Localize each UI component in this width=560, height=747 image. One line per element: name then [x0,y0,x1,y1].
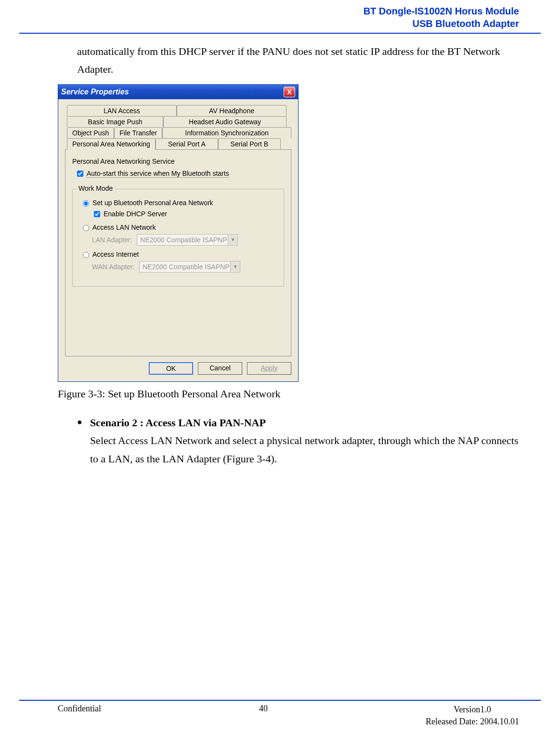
lan-adapter-value: NE2000 Compatible ISAPNP E [137,236,228,244]
ok-button[interactable]: OK [149,362,193,375]
chevron-down-icon[interactable]: ▼ [230,262,240,272]
dialog-button-bar: OK Cancel Apply [58,358,298,381]
wan-adapter-value: NE2000 Compatible ISAPNP E [140,263,230,271]
lan-adapter-combo[interactable]: NE2000 Compatible ISAPNP E ▼ [137,234,238,246]
footer-date: Released Date: 2004.10.01 [426,716,519,728]
lan-adapter-label: LAN Adapter: [92,236,132,244]
wan-adapter-combo[interactable]: NE2000 Compatible ISAPNP E ▼ [139,261,240,273]
footer-version: Version1.0 [426,704,519,716]
tab-pan[interactable]: Personal Area Networking [67,138,156,150]
radio-setup-pan-label: Set up Bluetooth Personal Area Network [92,199,213,207]
bullet-icon: ● [77,414,82,468]
header-rule [19,33,541,34]
dialog-title: Service Properties [61,88,129,96]
autostart-checkbox[interactable] [77,170,83,177]
scenario-2-block: ● Scenario 2 : Access LAN via PAN-NAP Se… [77,414,519,468]
header-line2: USB Bluetooth Adapter [41,17,519,30]
chevron-down-icon[interactable]: ▼ [228,235,237,245]
tabs: LAN Access AV Headphone Basic Image Push… [65,105,291,356]
titlebar: Service Properties X [58,85,298,99]
workmode-title: Work Mode [77,184,115,192]
close-icon[interactable]: X [284,87,295,97]
tab-av-headphone[interactable]: AV Headphone [177,105,287,116]
page-footer: Confidential 40 Version1.0 Released Date… [0,700,560,728]
dhcp-label: Enable DHCP Server [104,210,167,218]
tab-serial-a[interactable]: Serial Port A [156,138,218,149]
tab-serial-b[interactable]: Serial Port B [218,138,281,149]
figure-dialog: Service Properties X LAN Access AV Headp… [58,84,519,382]
apply-button[interactable]: Apply [247,362,291,375]
tab-headset-audio-gw[interactable]: Headset Audio Gateway [163,116,287,127]
scenario-2-title: Scenario 2 : Access LAN via PAN-NAP [90,414,519,432]
tab-info-sync[interactable]: Information Synchronization [162,127,291,138]
tab-panel-pan: Personal Area Networking Service Auto-st… [65,149,291,356]
tab-basic-image-push[interactable]: Basic Image Push [67,116,163,127]
scenario-2-body: Select Access LAN Network and select a p… [90,432,519,468]
radio-access-lan-label: Access LAN Network [92,223,156,231]
footer-page-number: 40 [259,704,268,728]
header-line1: BT Dongle-IS1002N Horus Module [41,5,519,17]
radio-access-internet[interactable] [83,252,89,258]
dhcp-checkbox[interactable] [94,211,100,217]
pan-service-title: Personal Area Networking Service [72,157,284,165]
footer-confidential: Confidential [58,704,101,728]
radio-setup-pan[interactable] [83,200,89,207]
tab-object-push[interactable]: Object Push [67,127,114,138]
wan-adapter-label: WAN Adapter: [92,263,134,271]
service-properties-dialog: Service Properties X LAN Access AV Headp… [58,84,299,382]
cancel-button[interactable]: Cancel [198,362,242,375]
figure-caption: Figure 3-3: Set up Bluetooth Personal Ar… [58,388,519,400]
tab-lan-access[interactable]: LAN Access [67,105,177,116]
workmode-groupbox: Work Mode Set up Bluetooth Personal Area… [72,189,284,287]
radio-access-internet-label: Access Internet [92,250,139,258]
autostart-label: Auto-start this service when My Bluetoot… [87,170,229,178]
radio-access-lan[interactable] [83,225,89,231]
paragraph-1: automatically from this DHCP server if t… [77,42,519,79]
tab-file-transfer[interactable]: File Transfer [114,127,162,138]
